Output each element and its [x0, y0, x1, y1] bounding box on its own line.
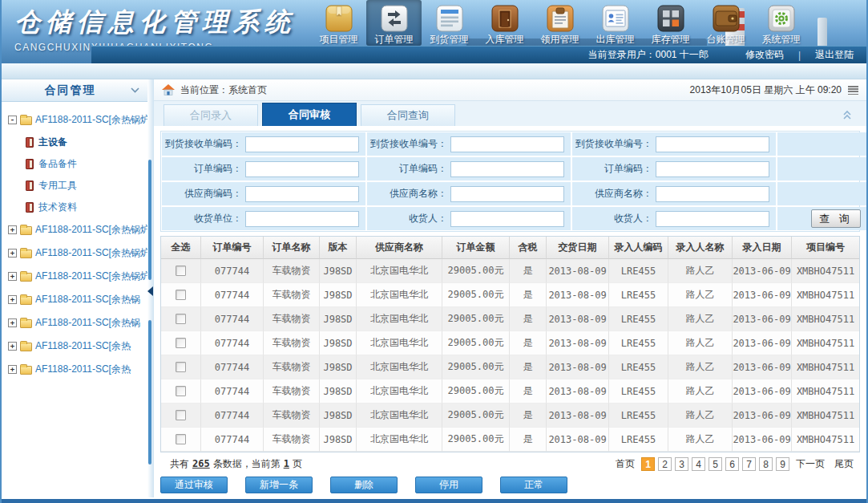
nav-item-9[interactable]: 系统管理 — [753, 0, 809, 46]
row-checkbox[interactable] — [176, 290, 186, 300]
pagination-next[interactable]: 下一页 — [796, 457, 825, 471]
page-button-8[interactable]: 8 — [759, 457, 773, 471]
search-input-r3c1[interactable] — [245, 186, 359, 202]
nav-item-6[interactable]: 出库管理 — [587, 0, 643, 46]
row-checkbox[interactable] — [176, 266, 186, 276]
logout-link[interactable]: 退出登陆 — [815, 48, 854, 62]
search-input-r3c2[interactable] — [450, 186, 564, 202]
change-password-link[interactable]: 修改密码 — [745, 48, 784, 62]
row-checkbox[interactable] — [176, 410, 186, 420]
page-button-7[interactable]: 7 — [742, 457, 756, 471]
tree-expander-icon[interactable]: + — [8, 272, 17, 281]
search-input-r4c3[interactable] — [656, 211, 769, 227]
page-button-5[interactable]: 5 — [709, 457, 722, 471]
search-input-r2c2[interactable] — [450, 161, 564, 177]
search-input-r3c3[interactable] — [656, 186, 769, 202]
tree-expander-icon[interactable]: + — [8, 342, 17, 351]
table-cell: J98SD — [320, 428, 357, 452]
menu-icon[interactable] — [848, 86, 858, 95]
table-cell: 路人乙 — [668, 331, 733, 355]
tree-folder[interactable]: +AF1188-2011-SC[余热锅炉 — [6, 265, 146, 288]
nav-item-7[interactable]: 库存管理 — [643, 0, 698, 46]
page-button-1[interactable]: 1 — [641, 457, 655, 471]
table-cell: 北京国电华北 — [357, 379, 442, 404]
tree-folder[interactable]: +AF1188-2011-SC[余热锅炉 — [6, 218, 146, 241]
collapse-panel-icon[interactable] — [842, 110, 852, 120]
row-checkbox[interactable] — [176, 362, 186, 372]
page-button-3[interactable]: 3 — [675, 457, 688, 471]
action-bar: 通过审核新增一条删除停用正常 — [154, 473, 866, 496]
tree-item[interactable]: 备品备件 — [6, 153, 146, 175]
search-field-cell: 收货人： — [572, 207, 776, 230]
search-input-r4c1[interactable] — [245, 211, 359, 227]
row-checkbox[interactable] — [176, 338, 186, 348]
tree-expander-icon[interactable]: + — [8, 249, 17, 258]
column-header: 含税 — [510, 237, 547, 259]
normal-button[interactable]: 正常 — [500, 477, 567, 493]
query-button[interactable]: 查 询 — [811, 209, 861, 228]
tab-2[interactable]: 合同审核 — [262, 103, 357, 126]
table-cell: 2013-06-09 — [733, 283, 792, 307]
table-cell: 北京国电华北 — [357, 355, 442, 379]
table-header-row: 全选订单编号订单名称版本供应商名称订单金额含税交货日期录入人编码录入人名称录入日… — [161, 237, 859, 259]
tree-expander-icon[interactable]: + — [8, 365, 17, 374]
tree-item[interactable]: 技术资料 — [6, 197, 146, 218]
search-input-r2c1[interactable] — [245, 161, 359, 177]
disable-button[interactable]: 停用 — [415, 477, 482, 493]
page-button-9[interactable]: 9 — [776, 457, 789, 471]
tree-expander-icon[interactable]: - — [8, 116, 17, 124]
search-form: 到货接收单编码：到货接收单编号：到货接收单编号：订单编码：订单编码：订单编码：供… — [160, 131, 860, 232]
nav-item-8[interactable]: 台账管理 — [698, 0, 753, 46]
tree-folder[interactable]: -AF1188-2011-SC[余热锅炉岛 — [6, 108, 146, 132]
nav-item-2[interactable]: 订单管理 — [366, 0, 422, 46]
search-input-r2c3[interactable] — [656, 161, 769, 177]
search-input-r1c2[interactable] — [450, 136, 564, 152]
search-input-r1c1[interactable] — [245, 136, 359, 152]
approve-button[interactable]: 通过审核 — [160, 477, 228, 493]
tree-item[interactable]: 专用工具 — [6, 175, 146, 197]
delete-button[interactable]: 删除 — [330, 477, 398, 493]
tree-expander-icon[interactable]: + — [8, 318, 17, 327]
tree-folder-label: AF1188-2011-SC[余热锅炉 — [35, 246, 150, 260]
tree-folder[interactable]: +AF1188-2011-SC[余热锅炉 — [6, 241, 146, 265]
search-field-cell: 订单编码： — [367, 157, 571, 181]
tab-3[interactable]: 合同查询 — [361, 104, 455, 126]
search-input-r1c3[interactable] — [656, 136, 769, 152]
tree-folder[interactable]: +AF1188-2011-SC[余热 — [6, 358, 146, 381]
table-cell: 2013-08-09 — [547, 379, 609, 404]
pagination-last[interactable]: 尾页 — [834, 457, 854, 471]
tab-1[interactable]: 合同录入 — [164, 104, 258, 126]
table-cell: 车载物资 — [264, 259, 320, 283]
search-field-cell: 收货单位： — [162, 207, 365, 230]
nav-item-3[interactable]: 到货管理 — [422, 0, 477, 46]
collapse-sidebar-icon[interactable] — [147, 286, 153, 296]
table-row: 077744车载物资J98SD北京国电华北29005.00元是2013-08-0… — [161, 283, 859, 307]
nav-item-1[interactable]: 项目管理 — [311, 0, 366, 46]
tree-expander-icon[interactable]: + — [8, 225, 17, 234]
nav-item-label: 出库管理 — [596, 33, 635, 47]
pagination: 首页123456789下一页尾页 — [612, 457, 857, 471]
search-field-label: 供应商编码： — [184, 187, 242, 201]
table-cell: 车载物资 — [264, 428, 320, 452]
row-checkbox[interactable] — [176, 314, 186, 324]
nav-item-4[interactable]: 入库管理 — [477, 0, 532, 46]
pagination-first[interactable]: 首页 — [616, 457, 635, 471]
row-checkbox[interactable] — [176, 434, 186, 444]
datetime-label: 2013年10月05日 星期六 上午 09:20 — [690, 83, 842, 97]
sidebar-header[interactable]: 合同管理 — [2, 79, 147, 102]
page-button-6[interactable]: 6 — [725, 457, 739, 471]
tree-folder[interactable]: +AF1188-2011-SC[余热锅 — [6, 311, 146, 335]
add-one-button[interactable]: 新增一条 — [245, 477, 313, 493]
row-checkbox[interactable] — [176, 386, 186, 396]
tree-folder[interactable]: +AF1188-2011-SC[余热锅 — [6, 288, 146, 311]
tree-item[interactable]: 主设备 — [6, 132, 146, 153]
page-button-4[interactable]: 4 — [692, 457, 705, 471]
tree-expander-icon[interactable]: + — [8, 295, 17, 304]
table-cell: 29005.00元 — [442, 404, 510, 428]
table-cell: 车载物资 — [264, 379, 320, 404]
page-button-2[interactable]: 2 — [658, 457, 672, 471]
nav-item-5[interactable]: 领用管理 — [532, 0, 587, 46]
tree-folder[interactable]: +AF1188-2011-SC[余热 — [6, 335, 146, 358]
sidebar-splitter[interactable] — [147, 79, 154, 497]
search-input-r4c2[interactable] — [450, 211, 564, 227]
